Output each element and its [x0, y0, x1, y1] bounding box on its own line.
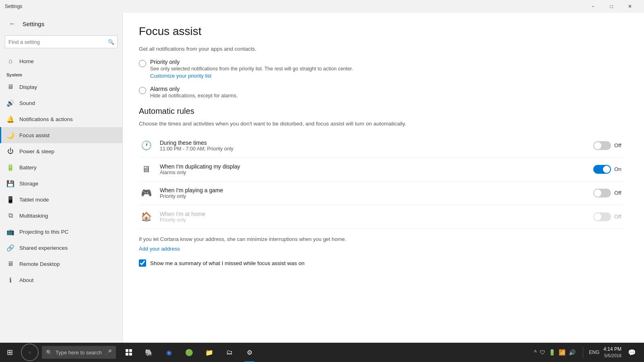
task-view-icon	[125, 349, 132, 356]
sidebar-item-tablet-mode[interactable]: 📱 Tablet mode	[0, 191, 122, 208]
sidebar-item-battery[interactable]: 🔋 Battery	[0, 159, 122, 175]
alarms-only-label: Alarms only	[150, 86, 237, 92]
taskbar-app-task-view[interactable]	[119, 343, 138, 362]
tray-chevron-icon[interactable]: ^	[534, 349, 537, 356]
priority-only-label-group: Priority only See only selected notifica…	[150, 59, 353, 79]
taskbar-app-explorer[interactable]: 📁	[200, 343, 219, 362]
focus-assist-icon: 🌙	[6, 131, 14, 139]
sidebar-item-display-label: Display	[19, 84, 37, 90]
system-tray: ^ 🛡 🔋 📶 🔊 ENG 4:14 PM 5/5/2018 💬	[530, 343, 644, 362]
page-title: Focus assist	[139, 25, 624, 38]
sidebar-header: ← Settings	[0, 13, 122, 33]
tray-icons: ^ 🛡 🔋 📶 🔊	[534, 349, 576, 356]
sidebar-item-home[interactable]: ⌂ Home	[0, 53, 122, 69]
duplicating-display-rule: 🖥 When I'm duplicating my display Alarms…	[139, 158, 624, 181]
priority-only-radio[interactable]	[139, 60, 146, 67]
at-home-sub: Priority only	[160, 217, 587, 223]
cortana-icon: ○	[28, 350, 31, 355]
tray-security-icon[interactable]: 🛡	[540, 349, 545, 356]
radio-group: Priority only See only selected notifica…	[139, 59, 624, 99]
start-button[interactable]: ⊞	[0, 343, 19, 362]
playing-game-rule: 🎮 When I'm playing a game Priority only …	[139, 181, 624, 205]
playing-game-title: When I'm playing a game	[160, 187, 587, 193]
sidebar-item-focus-assist-label: Focus assist	[19, 132, 50, 138]
game-icon: 🎮	[139, 188, 153, 198]
during-times-text: During these times 11:00 PM - 7:00 AM; P…	[160, 140, 587, 152]
search-icon: 🔍	[105, 36, 117, 48]
sidebar-item-sound[interactable]: 🔊 Sound	[0, 95, 122, 111]
taskbar-apps: 🐘 ◉ 🟢 📁 🗂 ⚙	[119, 343, 530, 362]
customize-priority-list-link[interactable]: Customize your priority list	[150, 73, 211, 79]
back-button[interactable]: ←	[6, 18, 19, 30]
tray-battery-icon[interactable]: 🔋	[549, 349, 555, 356]
alarms-only-label-group: Alarms only Hide all notifications, exce…	[150, 86, 237, 99]
home-icon: ⌂	[6, 57, 14, 65]
intro-text: Get all notifications from your apps and…	[139, 45, 624, 53]
power-sleep-icon: ⏻	[6, 147, 14, 155]
sidebar-item-projecting-label: Projecting to this PC	[19, 229, 68, 235]
taskbar-app-app4[interactable]: 🟢	[180, 343, 199, 362]
add-address-link[interactable]: Add your address	[139, 246, 180, 252]
tray-time[interactable]: 4:14 PM 5/5/2018	[603, 346, 621, 359]
tablet-mode-icon: 📱	[6, 195, 14, 204]
taskbar-app-chrome[interactable]: ◉	[159, 343, 179, 362]
tray-wifi-icon[interactable]: 📶	[559, 349, 566, 356]
sidebar-item-shared-label: Shared experiences	[19, 245, 68, 251]
about-icon: ℹ	[6, 276, 14, 284]
sidebar-item-remote-desktop[interactable]: 🖥 Remote Desktop	[0, 256, 122, 272]
summary-checkbox[interactable]	[139, 259, 146, 267]
cortana-button[interactable]: ○	[21, 343, 39, 361]
alarms-only-option: Alarms only Hide all notifications, exce…	[139, 86, 624, 99]
battery-icon: 🔋	[6, 163, 14, 171]
sidebar-item-about-label: About	[19, 277, 33, 283]
titlebar: Settings − □ ✕	[0, 0, 644, 13]
at-home-title: When I'm at home	[160, 211, 587, 217]
tray-lang: ENG	[589, 350, 599, 355]
sidebar-item-remote-desktop-label: Remote Desktop	[19, 261, 60, 267]
close-button[interactable]: ✕	[621, 0, 639, 13]
taskbar-app-folder2[interactable]: 🗂	[220, 343, 239, 362]
taskbar-search-text: Type here to search	[56, 350, 102, 356]
search-box[interactable]: 🔍	[5, 35, 118, 48]
during-times-sub: 11:00 PM - 7:00 AM; Priority only	[160, 146, 587, 152]
playing-game-text: When I'm playing a game Priority only	[160, 187, 587, 199]
home-rule-icon: 🏠	[139, 212, 153, 222]
sidebar-item-notifications-label: Notifications & actions	[19, 116, 73, 122]
titlebar-controls: − □ ✕	[584, 0, 639, 13]
sidebar-item-projecting[interactable]: 📺 Projecting to this PC	[0, 224, 122, 240]
sound-icon: 🔊	[6, 99, 14, 107]
sidebar-item-storage-label: Storage	[19, 181, 38, 187]
tray-volume-icon[interactable]: 🔊	[569, 349, 576, 356]
sidebar-item-storage[interactable]: 💾 Storage	[0, 175, 122, 191]
sidebar-item-sound-label: Sound	[19, 100, 35, 106]
sidebar-item-focus-assist[interactable]: 🌙 Focus assist	[0, 127, 122, 143]
sidebar-item-multitasking[interactable]: ⧉ Multitasking	[0, 208, 122, 224]
duplicating-display-toggle[interactable]	[593, 165, 611, 174]
maximize-button[interactable]: □	[602, 0, 621, 13]
taskbar-search-icon: 🔍	[46, 350, 52, 356]
duplicating-display-toggle-label: On	[614, 166, 624, 172]
alarms-only-radio[interactable]	[139, 87, 146, 94]
at-home-toggle-label: Off	[614, 214, 624, 220]
display-icon: 🖥	[6, 83, 14, 91]
sidebar-item-battery-label: Battery	[19, 165, 37, 171]
minimize-button[interactable]: −	[584, 0, 602, 13]
sidebar-item-display[interactable]: 🖥 Display	[0, 79, 122, 95]
taskbar-app-settings[interactable]: ⚙	[240, 343, 259, 362]
search-input[interactable]	[5, 39, 105, 45]
taskbar-mic-icon: 🎤	[105, 349, 112, 356]
taskbar-app-evernote[interactable]: 🐘	[139, 343, 159, 362]
notifications-icon: 🔔	[6, 115, 14, 123]
sidebar-item-power-sleep[interactable]: ⏻ Power & sleep	[0, 143, 122, 159]
at-home-text: When I'm at home Priority only	[160, 211, 587, 223]
summary-checkbox-row: Show me a summary of what I missed while…	[139, 259, 624, 267]
duplicating-display-title: When I'm duplicating my display	[160, 163, 587, 170]
sidebar-item-notifications[interactable]: 🔔 Notifications & actions	[0, 111, 122, 127]
svg-rect-3	[129, 353, 132, 356]
notification-center-button[interactable]: 💬	[624, 343, 640, 362]
during-times-toggle[interactable]	[593, 141, 611, 150]
sidebar-item-shared[interactable]: 🔗 Shared experiences	[0, 240, 122, 256]
playing-game-toggle[interactable]	[593, 189, 611, 197]
taskbar-search[interactable]: 🔍 Type here to search 🎤	[42, 346, 116, 359]
sidebar-item-about[interactable]: ℹ About	[0, 272, 122, 288]
